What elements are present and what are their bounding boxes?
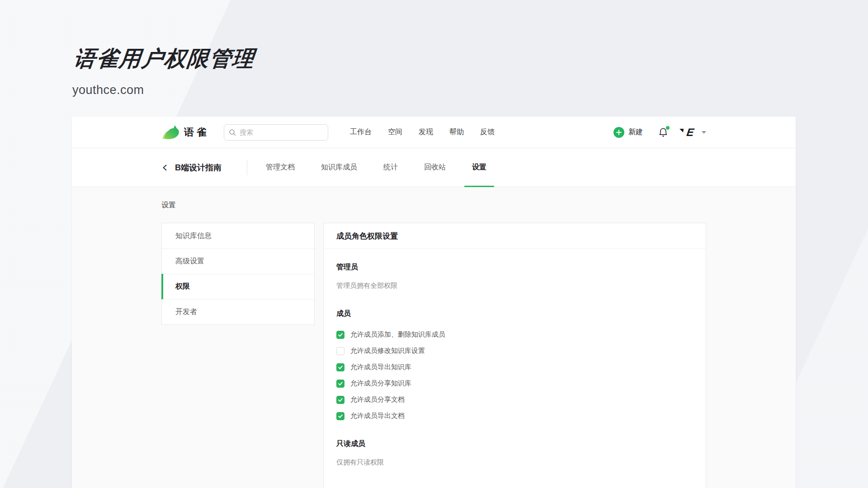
top-nav-item[interactable]: 帮助 [449,127,464,137]
back-button[interactable] [161,164,169,171]
kb-tab[interactable]: 回收站 [424,148,446,187]
plus-icon [613,127,624,138]
user-menu[interactable]: E [684,126,706,139]
settings-sidebar-item[interactable]: 开发者 [162,299,314,324]
search-box[interactable] [224,124,328,141]
role-name: 成员 [336,309,693,319]
permission-row: 允许成员添加、删除知识库成员 [336,330,693,339]
role-name: 管理员 [336,263,693,272]
role-section: 成员 允许成员添加、删除知识库成员 [336,309,693,420]
permission-checkbox[interactable] [336,412,344,420]
kb-tab-row: B端设计指南 管理文档知识库成员统计回收站设置 [72,148,796,187]
settings-heading: 设置 [161,201,706,210]
user-avatar[interactable]: E [683,126,698,139]
top-nav: 工作台空间发现帮助反馈 [350,127,495,137]
yuque-logo[interactable]: 语雀 [161,124,209,141]
vertical-divider [247,160,247,175]
notification-badge [666,126,670,130]
permission-label[interactable]: 允许成员添加、删除知识库成员 [350,330,445,339]
permission-checkbox[interactable] [336,331,344,339]
permission-checkbox[interactable] [336,363,344,371]
permission-label[interactable]: 允许成员导出知识库 [350,363,411,371]
checkmark-icon [338,332,343,338]
top-nav-item[interactable]: 反馈 [480,127,495,137]
top-nav-item[interactable]: 发现 [419,127,433,137]
settings-content: 设置 知识库信息高级设置权限开发者 成员角色权限设置 管理员 管理员拥有全部权限… [72,187,796,488]
kb-tab[interactable]: 管理文档 [266,148,295,187]
chevron-left-icon [161,164,169,171]
page-subtitle: youthce.com [72,83,253,97]
checkmark-icon [338,413,343,419]
permission-checkbox[interactable] [336,396,344,404]
panel-title-row: 成员角色权限设置 [324,223,706,249]
permission-label[interactable]: 允许成员修改知识库设置 [350,347,425,355]
role-description: 仅拥有只读权限 [336,458,693,467]
role-description: 管理员拥有全部权限 [336,282,693,290]
search-icon [229,129,236,136]
page-hero: 语雀用户权限管理 youthce.com [72,44,253,97]
permission-row: 允许成员导出知识库 [336,363,693,371]
permission-row: 允许成员导出文档 [336,412,693,420]
kb-tabs: 管理文档知识库成员统计回收站设置 [266,148,486,187]
role-section: 只读成员 仅拥有只读权限 [336,439,693,467]
top-nav-item[interactable]: 工作台 [350,127,372,137]
app-header: 语雀 工作台空间发现帮助反馈 新建 E [72,117,796,148]
settings-sidebar-item[interactable]: 高级设置 [162,249,314,274]
kb-tab[interactable]: 设置 [472,148,486,187]
permission-checkbox[interactable] [336,347,344,355]
yuque-app-window: 语雀 工作台空间发现帮助反馈 新建 E [72,117,796,488]
search-input[interactable] [240,128,323,136]
chevron-down-icon[interactable] [702,131,706,134]
permission-label[interactable]: 允许成员分享文档 [350,395,405,404]
kb-title[interactable]: B端设计指南 [175,162,222,173]
yuque-logo-text: 语雀 [184,126,209,139]
top-nav-item[interactable]: 空间 [388,127,402,137]
panel-title: 成员角色权限设置 [336,231,398,241]
settings-sidebar-item[interactable]: 权限 [162,274,314,299]
permission-row: 允许成员修改知识库设置 [336,347,693,355]
kb-tab[interactable]: 统计 [383,148,398,187]
permission-label[interactable]: 允许成员导出文档 [350,412,405,420]
settings-sidebar-item[interactable]: 知识库信息 [162,223,314,249]
yuque-bird-icon [161,124,180,141]
settings-sidebar: 知识库信息高级设置权限开发者 [161,223,315,325]
checkmark-icon [338,397,343,403]
notifications-button[interactable] [657,127,669,138]
permission-row: 允许成员分享知识库 [336,379,693,388]
role-section: 管理员 管理员拥有全部权限 [336,263,693,290]
kb-tab[interactable]: 知识库成员 [321,148,357,187]
permission-row: 允许成员分享文档 [336,395,693,404]
page-title: 语雀用户权限管理 [72,44,256,73]
permission-label[interactable]: 允许成员分享知识库 [350,379,411,388]
permission-list: 允许成员添加、删除知识库成员 允许成员修改知识库设置 [336,330,693,420]
permissions-panel: 成员角色权限设置 管理员 管理员拥有全部权限 成员 [323,223,706,488]
panel-body: 管理员 管理员拥有全部权限 成员 允许成员添加、删除知识库成员 [324,249,706,488]
role-name: 只读成员 [336,439,693,449]
checkmark-icon [338,381,343,386]
header-right: 新建 E [613,126,706,139]
checkmark-icon [338,365,343,370]
new-button[interactable]: 新建 [613,127,643,138]
permission-checkbox[interactable] [336,380,344,388]
